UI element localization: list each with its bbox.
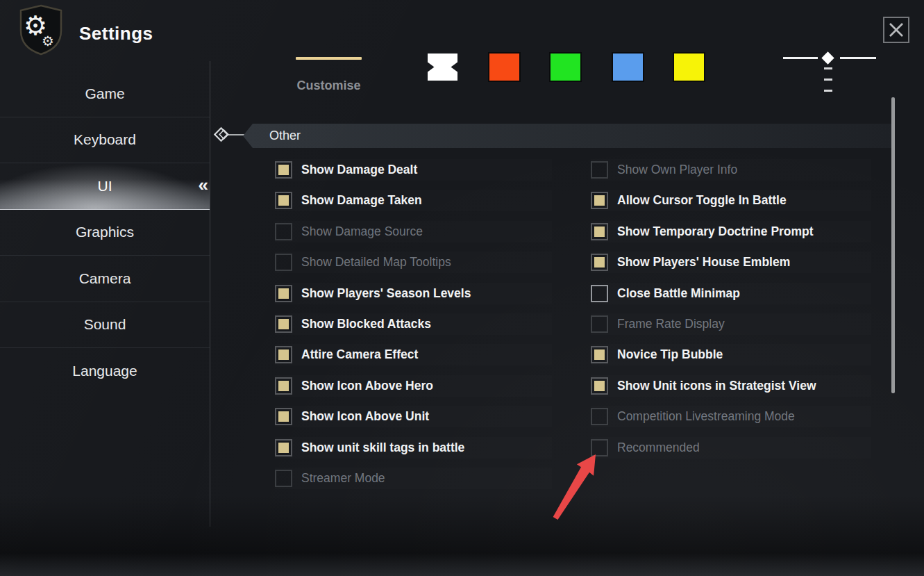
gear-icon-small: ⚙ [42,33,54,49]
option-row[interactable]: Show Icon Above Hero [275,375,552,397]
checkbox[interactable] [275,470,292,487]
checkbox-fill [594,227,605,237]
checkbox-fill [594,381,605,391]
option-label: Show Damage Taken [301,193,422,208]
option-row[interactable]: Recommended [591,437,871,459]
slider-tick [824,90,832,92]
sidebar-item-game[interactable]: Game« [0,71,210,117]
scrollbar-thumb[interactable] [891,97,895,393]
option-label: Show Own Player Info [617,163,737,177]
checkbox[interactable] [275,192,292,209]
option-row[interactable]: Show Temporary Doctrine Prompt [591,221,871,242]
checkbox[interactable] [275,439,292,456]
sidebar-item-keyboard[interactable]: Keyboard« [0,117,210,164]
option-label: Allow Cursor Toggle In Battle [617,193,787,208]
slider-track-right[interactable] [840,57,876,59]
option-label: Show Players' Season Levels [301,286,471,301]
option-row[interactable]: Show Damage Dealt [275,159,552,181]
sidebar-item-language[interactable]: Language« [0,348,210,395]
checkbox-fill [594,288,605,299]
option-row[interactable]: Attire Camera Effect [275,344,552,365]
option-label: Show Temporary Doctrine Prompt [617,224,814,239]
slider-track-left[interactable] [783,57,818,59]
option-row[interactable]: Streamer Mode [275,468,552,489]
sidebar-item-label: Language [72,363,137,379]
checkbox[interactable] [591,285,608,302]
checkbox-fill [278,443,289,453]
sidebar-item-graphics[interactable]: Graphics« [0,210,210,256]
checkbox[interactable] [591,223,608,240]
section-header-other: Other [243,124,893,148]
slider-tick [824,67,832,69]
checkbox[interactable] [275,315,292,333]
sidebar-item-camera[interactable]: Camera« [0,256,210,302]
option-row[interactable]: Show Players' House Emblem [591,252,871,273]
checkbox[interactable] [591,254,608,271]
section-title: Other [269,129,301,143]
checkbox[interactable] [275,377,292,395]
swatch-green[interactable] [551,54,580,81]
settings-shield-logo: ⚙ ⚙ [18,4,64,56]
swatch-yellow[interactable] [674,54,704,81]
option-row[interactable]: Show Own Player Info [591,159,871,181]
selected-chevron-icon: « [199,174,208,196]
option-row[interactable]: Competition Livestreaming Mode [591,406,871,427]
option-row[interactable]: Show unit skill tags in battle [275,437,552,459]
tab-customise[interactable]: Customise [293,79,364,93]
checkbox-fill [594,319,605,329]
sidebar-item-label: UI [98,178,112,195]
option-label: Streamer Mode [301,471,385,486]
checkbox-fill [278,349,289,360]
swatch-white-notched[interactable] [428,54,457,81]
checkbox-fill [594,411,605,422]
checkbox[interactable] [275,223,292,240]
close-button[interactable] [883,17,909,43]
option-row[interactable]: Show Unit icons in Strategist View [591,375,871,397]
option-row[interactable]: Show Icon Above Unit [275,406,552,427]
sidebar-item-sound[interactable]: Sound« [0,302,210,349]
checkbox[interactable] [591,315,608,333]
option-label: Frame Rate Display [617,317,725,331]
checkbox[interactable] [591,408,608,425]
option-row[interactable]: Show Damage Source [275,221,552,242]
option-label: Show Players' House Emblem [617,255,790,270]
checkbox-fill [594,257,605,268]
sidebar-divider [210,61,210,527]
checkbox[interactable] [275,408,292,425]
sidebar-item-label: Game [85,85,124,102]
checkbox-fill [278,319,289,329]
option-row[interactable]: Allow Cursor Toggle In Battle [591,190,871,211]
sidebar-item-ui[interactable]: UI« [0,163,210,210]
option-row[interactable]: Show Detailed Map Tooltips [275,252,552,273]
option-row[interactable]: Close Battle Minimap [591,283,871,304]
option-label: Novice Tip Bubble [617,347,723,362]
option-label: Show Icon Above Hero [301,379,433,393]
checkbox[interactable] [591,161,608,179]
checkbox[interactable] [591,192,608,209]
swatch-blue[interactable] [613,54,643,81]
checkbox-fill [278,257,289,268]
sidebar-item-label: Sound [84,316,126,333]
swatch-red[interactable] [489,54,519,81]
option-row[interactable]: Frame Rate Display [591,313,871,335]
option-label: Show Damage Source [301,224,423,239]
checkbox[interactable] [275,254,292,271]
checkbox[interactable] [591,346,608,363]
option-row[interactable]: Show Blocked Attacks [275,313,552,335]
checkbox[interactable] [275,346,292,363]
checkbox-fill [278,288,289,299]
sidebar-item-label: Graphics [76,224,134,240]
checkbox[interactable] [591,377,608,395]
option-label: Show unit skill tags in battle [301,441,464,455]
option-row[interactable]: Novice Tip Bubble [591,344,871,365]
option-row[interactable]: Show Players' Season Levels [275,283,552,304]
sidebar-item-label: Camera [79,270,131,287]
option-label: Show Icon Above Unit [301,409,429,424]
checkbox[interactable] [591,439,608,456]
option-row[interactable]: Show Damage Taken [275,190,552,211]
checkbox[interactable] [275,285,292,302]
slider-handle-diamond-icon[interactable] [821,51,834,64]
checkbox[interactable] [275,161,292,179]
option-label: Show Blocked Attacks [301,317,431,331]
checkbox-fill [594,349,605,360]
